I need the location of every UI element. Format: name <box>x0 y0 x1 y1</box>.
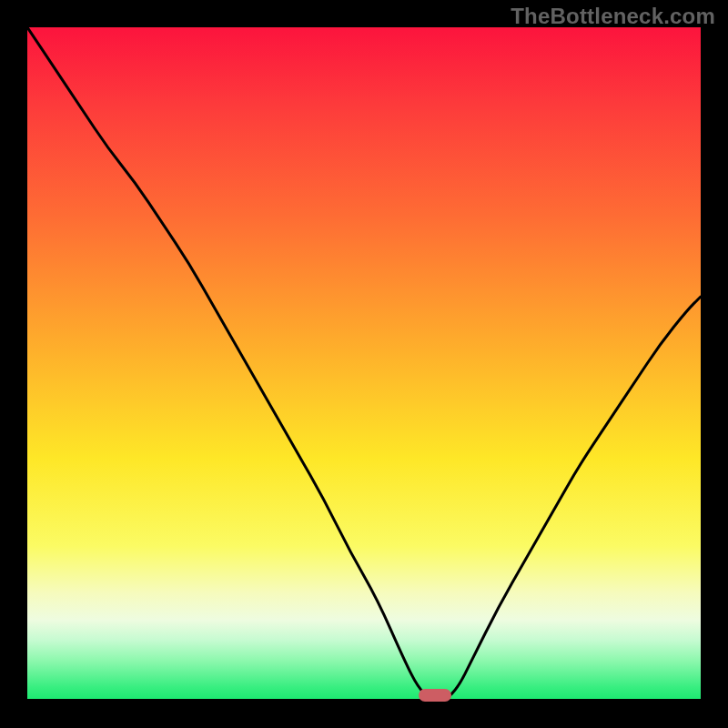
bottleneck-curve <box>27 27 701 701</box>
curve-layer <box>27 27 701 701</box>
x-axis-baseline <box>27 699 701 701</box>
watermark-text: TheBottleneck.com <box>511 4 715 29</box>
chart-frame: TheBottleneck.com <box>0 0 728 728</box>
plot-area <box>27 27 701 701</box>
optimum-marker <box>419 689 451 702</box>
